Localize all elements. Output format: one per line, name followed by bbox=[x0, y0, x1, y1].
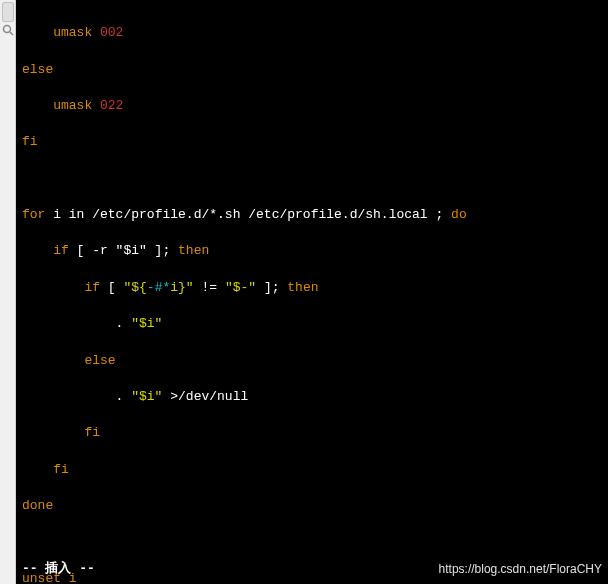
code-line: fi bbox=[22, 133, 604, 151]
watermark: https://blog.csdn.net/FloraCHY bbox=[439, 561, 602, 578]
code-line: fi bbox=[22, 461, 604, 479]
code-line: if [ "${-#*i}" != "$-" ]; then bbox=[22, 279, 604, 297]
code-line bbox=[22, 170, 604, 188]
code-line: else bbox=[22, 352, 604, 370]
code-line: if [ -r "$i" ]; then bbox=[22, 242, 604, 260]
code-line: umask 022 bbox=[22, 97, 604, 115]
svg-line-1 bbox=[10, 32, 13, 35]
code-line: umask 002 bbox=[22, 24, 604, 42]
code-line bbox=[22, 533, 604, 551]
scrollbar[interactable] bbox=[0, 0, 16, 584]
svg-point-0 bbox=[4, 26, 11, 33]
code-line: for i in /etc/profile.d/*.sh /etc/profil… bbox=[22, 206, 604, 224]
scrollbar-thumb[interactable] bbox=[2, 2, 14, 22]
code-line: . "$i" bbox=[22, 315, 604, 333]
vim-mode-status: -- 插入 -- bbox=[22, 560, 95, 578]
search-icon[interactable] bbox=[0, 22, 16, 38]
code-line: . "$i" >/dev/null bbox=[22, 388, 604, 406]
code-line: done bbox=[22, 497, 604, 515]
terminal-editor[interactable]: umask 002 else umask 022 fi for i in /et… bbox=[16, 0, 608, 584]
code-line: fi bbox=[22, 424, 604, 442]
code-line: else bbox=[22, 61, 604, 79]
